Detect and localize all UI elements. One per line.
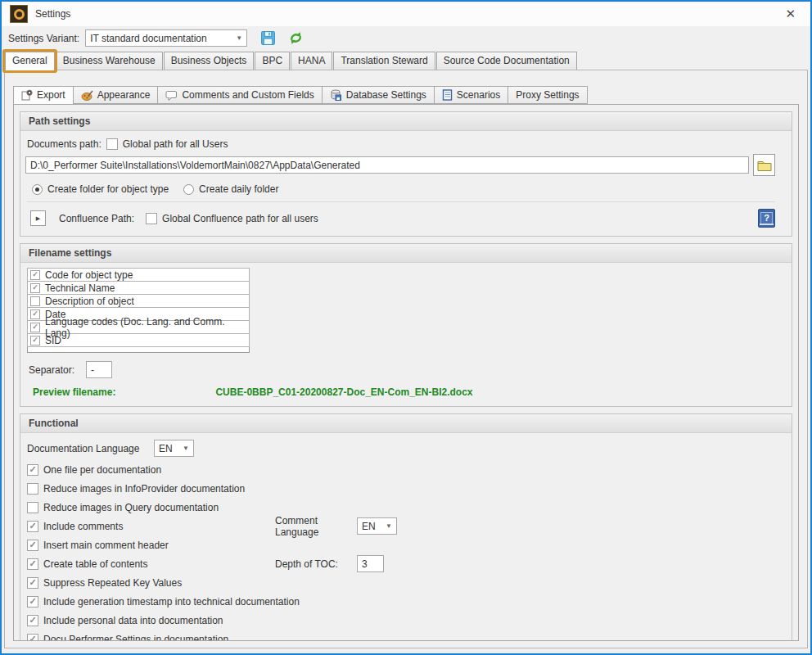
- confluence-expander-button[interactable]: ▶: [30, 210, 46, 226]
- tab-business-objects[interactable]: Business Objects: [164, 52, 255, 70]
- refresh-variants-button[interactable]: [289, 31, 303, 45]
- list-item[interactable]: Description of object: [27, 294, 250, 308]
- depth-of-toc-input[interactable]: 3: [357, 555, 384, 572]
- preview-filename-value: CUBE-0BBP_C01-20200827-Doc_EN-Com_EN-BI2…: [215, 386, 472, 398]
- tab-export[interactable]: Export: [13, 86, 74, 105]
- tab-comments-and-custom-fields[interactable]: Comments and Custom Fields: [157, 86, 322, 104]
- create-table-of-contents-checkbox[interactable]: [27, 558, 38, 570]
- global-confluence-checkbox-label: Global Confluence path for all users: [162, 213, 318, 224]
- one-file-per-documentation-checkbox[interactable]: [27, 464, 38, 476]
- insert-main-comment-header-checkbox[interactable]: [27, 540, 38, 551]
- sub-tab-bar: Export Appearance Comments and Custom Fi…: [13, 86, 799, 104]
- close-icon[interactable]: ✕: [778, 5, 802, 23]
- refresh-icon: [289, 31, 303, 45]
- documentation-language-label: Documentation Language: [27, 443, 154, 454]
- general-tab-page: Export Appearance Comments and Custom Fi…: [4, 70, 808, 648]
- preview-filename-label: Preview filename:: [33, 386, 115, 398]
- scenarios-icon: [442, 89, 453, 101]
- list-item[interactable]: Technical Name: [27, 281, 250, 295]
- tab-bpc[interactable]: BPC: [255, 52, 290, 70]
- settings-window: Settings ✕ Settings Variant: IT standard…: [0, 0, 812, 655]
- functional-header: Functional: [20, 414, 792, 433]
- help-book-icon[interactable]: ?: [758, 209, 775, 228]
- tab-hana[interactable]: HANA: [291, 52, 332, 70]
- checkbox[interactable]: [30, 323, 40, 332]
- confluence-path-label: Confluence Path:: [59, 213, 134, 224]
- tab-appearance[interactable]: Appearance: [73, 86, 159, 104]
- tab-translation-steward[interactable]: Translation Steward: [333, 52, 435, 70]
- tab-source-code-documentation[interactable]: Source Code Documentation: [436, 52, 577, 70]
- global-path-checkbox-label: Global path for all Users: [123, 138, 228, 150]
- include-generation-timestamp-checkbox[interactable]: [27, 596, 38, 608]
- checkbox[interactable]: [30, 309, 40, 319]
- include-personal-data-checkbox[interactable]: [27, 615, 38, 626]
- path-settings-group: Path settings Documents path: Global pat…: [20, 111, 792, 237]
- checkbox[interactable]: [30, 296, 40, 306]
- separator-label: Separator:: [29, 364, 74, 376]
- floppy-disk-icon: [260, 30, 276, 46]
- create-folder-object-type-label: Create folder for object type: [47, 183, 169, 195]
- divider: [27, 201, 775, 202]
- comment-language-label: Comment Language: [275, 515, 357, 538]
- export-icon: [21, 89, 33, 101]
- filename-settings-group: Filename settings Code for object type T…: [20, 243, 792, 407]
- tab-scenarios[interactable]: Scenarios: [434, 86, 508, 104]
- reduce-images-infoprovider-checkbox[interactable]: [27, 483, 38, 495]
- suppress-repeated-key-values-checkbox[interactable]: [27, 577, 38, 589]
- reduce-images-query-checkbox[interactable]: [27, 502, 38, 513]
- create-folder-object-type-radio[interactable]: [32, 184, 43, 195]
- window-title: Settings: [35, 8, 778, 20]
- comment-language-combobox[interactable]: EN ▼: [357, 517, 397, 535]
- separator-input[interactable]: -: [86, 361, 112, 378]
- docu-performer-settings-checkbox[interactable]: [27, 634, 38, 642]
- main-tab-bar: General Business Warehouse Business Obje…: [2, 50, 810, 70]
- global-path-checkbox[interactable]: [106, 138, 118, 150]
- filename-parts-list: Code for object type Technical Name Desc…: [27, 268, 250, 353]
- chevron-down-icon: ▼: [229, 34, 242, 42]
- tab-proxy-settings[interactable]: Proxy Settings: [508, 86, 587, 104]
- export-tab-page: Path settings Documents path: Global pat…: [13, 104, 799, 641]
- settings-variant-value: IT standard documentation: [90, 33, 207, 44]
- functional-group: Functional Documentation Language EN ▼ O…: [20, 413, 792, 641]
- include-comments-checkbox[interactable]: [27, 521, 38, 532]
- database-icon: [330, 89, 342, 101]
- documents-path-label: Documents path:: [27, 138, 102, 150]
- comment-icon: [165, 90, 178, 101]
- settings-variant-label: Settings Variant:: [8, 33, 79, 44]
- list-item[interactable]: Language codes (Doc. Lang. and Comm. Lan…: [27, 320, 250, 334]
- create-daily-folder-label: Create daily folder: [199, 183, 278, 195]
- checkbox[interactable]: [30, 283, 40, 293]
- filename-settings-header: Filename settings: [20, 244, 792, 263]
- settings-variant-combobox[interactable]: IT standard documentation ▼: [85, 29, 247, 47]
- settings-variant-toolbar: Settings Variant: IT standard documentat…: [2, 26, 810, 50]
- palette-icon: [81, 90, 93, 101]
- tab-general[interactable]: General: [5, 52, 55, 70]
- documentation-language-combobox[interactable]: EN ▼: [154, 440, 194, 457]
- tab-business-warehouse[interactable]: Business Warehouse: [56, 52, 163, 70]
- app-logo-icon: [10, 5, 28, 23]
- chevron-down-icon: ▼: [379, 522, 392, 530]
- path-settings-header: Path settings: [20, 112, 792, 131]
- list-item[interactable]: Code for object type: [27, 268, 250, 282]
- title-bar: Settings ✕: [2, 2, 810, 26]
- documents-path-input[interactable]: D:\0_Performer Suite\Installations\Volde…: [25, 156, 749, 174]
- folder-icon: [757, 160, 772, 171]
- tab-database-settings[interactable]: Database Settings: [322, 86, 435, 104]
- depth-of-toc-label: Depth of TOC:: [275, 558, 357, 570]
- checkbox[interactable]: [30, 336, 40, 346]
- create-daily-folder-radio[interactable]: [183, 184, 194, 195]
- browse-folder-button[interactable]: [753, 154, 775, 176]
- chevron-down-icon: ▼: [176, 445, 189, 452]
- save-variant-button[interactable]: [260, 30, 276, 46]
- global-confluence-checkbox[interactable]: [146, 213, 157, 224]
- checkbox[interactable]: [30, 270, 40, 280]
